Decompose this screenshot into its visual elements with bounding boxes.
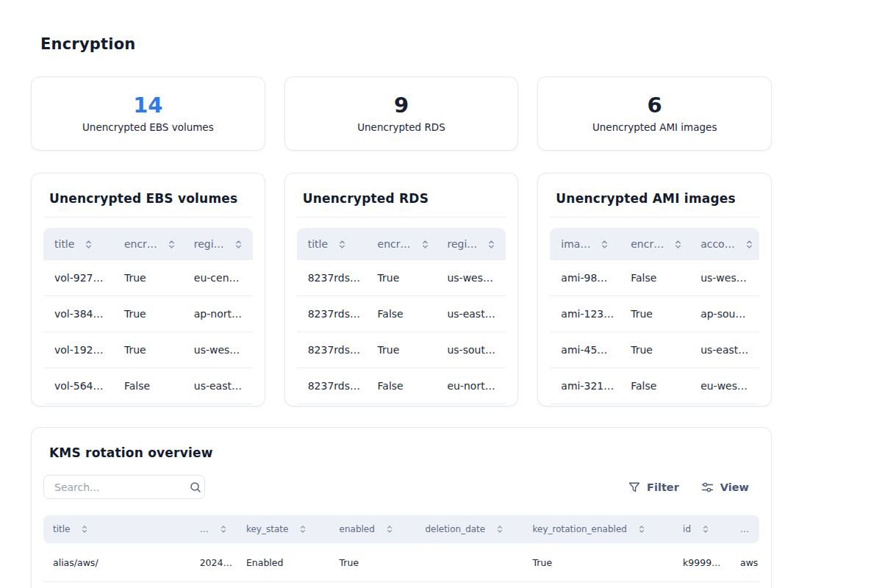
- column-header-deletion-date[interactable]: deletion_date: [415, 524, 523, 534]
- table-row: 8237rds… True us-sout…: [297, 332, 506, 368]
- kms-table: title … key_state enabled deletion_date …: [43, 515, 759, 588]
- table-cell: ami-123…: [550, 308, 620, 320]
- sort-icon[interactable]: [422, 240, 429, 249]
- toolbar-actions: Filter View: [628, 481, 749, 493]
- sort-icon[interactable]: [703, 525, 709, 534]
- column-header-enabled[interactable]: enabled: [330, 524, 416, 534]
- table-cell: 8237rds…: [297, 308, 367, 320]
- sort-icon[interactable]: [300, 525, 306, 534]
- table-cell: us-wes…: [436, 272, 506, 284]
- table-row: ami-45… True us-east…: [550, 332, 759, 368]
- table-row: 8237rds… False eu-nort…: [297, 368, 506, 404]
- search-box: [43, 475, 205, 499]
- table-cell: True: [523, 557, 674, 568]
- table-cell: us-wes…: [689, 272, 759, 284]
- table-cell: k9999…: [673, 557, 731, 568]
- column-header-label: encr…: [631, 238, 664, 250]
- table-card-ebs: Unencrypted EBS volumes title encr… regi…: [31, 173, 265, 406]
- table-cell: True: [620, 344, 689, 356]
- stat-cards-row: 14 Unencrypted EBS volumes 9 Unencrypted…: [31, 76, 772, 151]
- table-row: ami-123… True ap-sou…: [550, 296, 759, 332]
- stat-card-ebs: 14 Unencrypted EBS volumes: [31, 76, 265, 151]
- table-cell: False: [113, 380, 183, 392]
- column-header-region[interactable]: regi…: [183, 238, 253, 250]
- kms-toolbar: Filter View: [43, 475, 759, 499]
- column-header-encrypted[interactable]: encr…: [367, 238, 437, 250]
- table-row: ami-98… False us-wes…: [550, 260, 759, 296]
- sliders-icon: [701, 481, 714, 493]
- table-cell: ap-nort…: [183, 308, 253, 320]
- column-header-encrypted[interactable]: encr…: [113, 238, 183, 250]
- table-cell: vol-384…: [43, 308, 113, 320]
- column-header-image[interactable]: ima…: [550, 238, 620, 250]
- column-header-label: encr…: [124, 238, 157, 250]
- sort-icon[interactable]: [639, 525, 645, 534]
- column-header-title[interactable]: title: [43, 524, 190, 534]
- column-header-truncated[interactable]: …: [731, 524, 759, 534]
- column-header-label: enabled: [340, 524, 375, 534]
- column-header-title[interactable]: title: [297, 238, 367, 250]
- rds-table: title encr… regi… 8237rds… True us-wes… …: [297, 228, 506, 404]
- table-cell: ap-sou…: [689, 308, 759, 320]
- table-row: 8237rds… True us-wes…: [297, 260, 506, 296]
- card-title: Unencrypted EBS volumes: [49, 191, 253, 206]
- column-header-label: key_state: [246, 524, 288, 534]
- sort-icon[interactable]: [339, 240, 345, 249]
- search-input[interactable]: [53, 481, 184, 494]
- card-title: Unencrypted AMI images: [556, 191, 759, 206]
- sort-icon[interactable]: [601, 240, 608, 249]
- table-cell: True: [367, 344, 437, 356]
- table-cell: True: [330, 557, 416, 568]
- sort-icon[interactable]: [497, 525, 503, 534]
- column-header-account[interactable]: acco…: [689, 238, 759, 250]
- sort-icon[interactable]: [387, 525, 392, 534]
- kms-header-row: title … key_state enabled deletion_date …: [43, 515, 759, 543]
- sort-icon[interactable]: [675, 240, 681, 249]
- table-cell: eu-nort…: [436, 380, 506, 392]
- view-button[interactable]: View: [701, 481, 749, 493]
- filter-button[interactable]: Filter: [628, 481, 679, 493]
- sort-icon[interactable]: [85, 240, 92, 249]
- table-cell: aws: [731, 557, 759, 568]
- table-header-row: title encr… regi…: [43, 228, 253, 260]
- sort-icon[interactable]: [235, 240, 242, 249]
- column-header-key-state[interactable]: key_state: [237, 524, 330, 534]
- column-header-truncated[interactable]: …: [190, 524, 237, 534]
- table-cell: vol-927…: [43, 272, 113, 284]
- stat-label: Unencrypted AMI images: [592, 121, 717, 133]
- sort-icon[interactable]: [168, 240, 175, 249]
- table-cell: True: [113, 344, 183, 356]
- column-header-id[interactable]: id: [673, 524, 731, 534]
- table-row: vol-927… True eu-cen…: [43, 260, 253, 296]
- table-row: alias/aws/ 2024… Enabled True True k9999…: [43, 543, 759, 582]
- table-cell: 8237rds…: [297, 380, 367, 392]
- table-cell: eu-cen…: [183, 272, 253, 284]
- table-cell: ami-321…: [550, 380, 620, 392]
- column-header-encrypted[interactable]: encr…: [620, 238, 689, 250]
- table-row: ami-321… False eu-wes…: [550, 368, 759, 404]
- stat-value: 6: [648, 95, 662, 116]
- stat-card-ami: 6 Unencrypted AMI images: [537, 76, 772, 151]
- sort-icon[interactable]: [220, 525, 226, 534]
- table-cell: eu-wes…: [689, 380, 759, 392]
- column-header-label: ima…: [561, 238, 590, 250]
- column-header-label: deletion_date: [425, 524, 485, 534]
- ami-table: ima… encr… acco… ami-98… False us-wes… a…: [550, 228, 759, 404]
- table-cell: 8237rds…: [297, 344, 367, 356]
- sort-icon[interactable]: [746, 240, 753, 249]
- divider: [550, 217, 759, 218]
- column-header-region[interactable]: regi…: [436, 238, 506, 250]
- table-cell: 8237rds…: [297, 272, 367, 284]
- stat-label: Unencrypted RDS: [357, 121, 445, 133]
- sort-icon[interactable]: [82, 525, 87, 534]
- table-header-row: title encr… regi…: [297, 228, 506, 260]
- column-header-title[interactable]: title: [43, 238, 113, 250]
- table-cell: ami-45…: [550, 344, 620, 356]
- column-header-label: acco…: [700, 238, 735, 250]
- sort-icon[interactable]: [488, 240, 495, 249]
- table-cell: us-east…: [183, 380, 253, 392]
- table-cell: vol-192…: [43, 344, 113, 356]
- column-header-key-rotation-enabled[interactable]: key_rotation_enabled: [523, 524, 674, 534]
- table-card-rds: Unencrypted RDS title encr… regi… 8237rd…: [284, 173, 519, 406]
- table-cell: True: [113, 308, 183, 320]
